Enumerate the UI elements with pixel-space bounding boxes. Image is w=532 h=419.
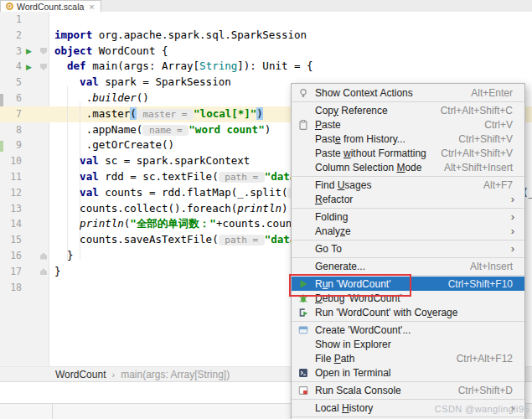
no-icon [296,147,310,160]
menu-separator [292,275,524,276]
line-number: 6 [0,91,22,106]
menu-item-shortcut: Ctrl+Alt+Shift+C [441,105,519,116]
menu-item-label: Run Scala Console [315,385,401,396]
menu-item-run-scala-console[interactable]: Run Scala ConsoleCtrl+Shift+D [292,383,524,397]
debug-icon [296,292,310,305]
menu-separator [292,381,524,382]
menu-separator [292,101,524,102]
no-icon [296,352,310,365]
code-line-2[interactable]: import org.apache.spark.sql.SparkSession [54,28,532,44]
editor-tab-bar: O WordCount.scala × [0,0,532,13]
line-number: 11 [0,169,22,185]
code-line-3[interactable]: object WordCount { [54,44,532,59]
breadcrumb-item-class[interactable]: WordCount [55,369,106,380]
menu-item-refactor[interactable]: Refactor› [292,192,524,206]
menu-item-shortcut: Ctrl+Alt+Shift+V [441,147,519,159]
menu-item-find-usages[interactable]: Find UsagesAlt+F7 [292,178,524,192]
menu-item-column-selection-mode[interactable]: Column Selection ModeAlt+Shift+Insert [292,160,524,174]
menu-item-label: Find Usages [315,179,371,191]
submenu-arrow-icon: › [511,195,519,204]
line-number: 17 [0,264,22,280]
menu-item-analyze[interactable]: Analyze› [292,224,524,238]
terminal-icon [296,366,310,380]
lightbulb-icon [296,86,310,100]
menu-item-paste-without-formatting[interactable]: Paste without FormattingCtrl+Alt+Shift+V [292,146,524,160]
no-icon [296,242,310,256]
ide-window: O WordCount.scala × 12345678910111213141… [0,0,532,419]
no-icon [296,338,310,351]
menu-item-show-context-actions[interactable]: Show Context ActionsAlt+Enter [292,85,524,100]
no-icon [296,132,310,146]
line-number: 16 [0,248,22,264]
menu-separator [292,321,524,322]
menu-item-label: Copy Reference [315,105,388,116]
menu-item-label: Column Selection Mode [315,162,421,173]
line-number: 3 [0,44,22,59]
scala-object-icon: O [6,3,13,10]
close-icon[interactable]: × [89,3,94,11]
menu-item-local-history[interactable]: Local History› [292,401,524,415]
coverage-icon [296,306,310,319]
menu-item-create-wordcount[interactable]: Create 'WordCount'... [292,323,524,337]
menu-item-paste-from-history[interactable]: Paste from History...Ctrl+Shift+V [292,132,524,146]
menu-item-shortcut: Ctrl+Shift+F10 [448,278,519,290]
run-icon [296,277,310,291]
menu-item-show-in-explorer[interactable]: Show in Explorer [292,337,524,351]
menu-item-shortcut: Ctrl+V [484,119,519,131]
breadcrumb-item-member[interactable]: main(args: Array[String]) [121,369,230,380]
line-number: 18 [0,280,22,296]
menu-item-label: Paste from History... [315,133,405,145]
no-icon [296,178,310,192]
line-number: 8 [0,122,22,138]
menu-item-go-to[interactable]: Go To› [292,241,524,256]
clipboard-paste-icon [296,118,310,132]
menu-item-run-wordcount-with-coverage[interactable]: Run 'WordCount' with Coverage [292,305,524,319]
menu-item-label: Generate... [315,261,365,272]
tab-title: WordCount.scala [17,2,84,12]
tool-window-divider [52,403,53,419]
code-line-4[interactable]: def main(args: Array[String]): Unit = { [54,59,532,75]
menu-item-shortcut: Ctrl+Alt+F12 [457,353,519,365]
menu-item-copy-reference[interactable]: Copy ReferenceCtrl+Alt+Shift+C [292,103,524,117]
menu-item-label: Paste [315,119,341,131]
menu-separator [292,399,524,400]
line-number: 14 [0,216,22,232]
menu-item-shortcut: Alt+Insert [470,261,519,272]
menu-item-label: Show in Explorer [315,339,391,350]
menu-item-shortcut: Alt+Enter [471,87,519,99]
menu-item-label: Show Context Actions [315,87,413,99]
menu-item-run-wordcount[interactable]: Run 'WordCount'Ctrl+Shift+F10 [292,277,524,291]
menu-item-shortcut: Alt+F7 [483,179,519,191]
submenu-arrow-icon: › [511,245,519,253]
menu-item-label: Go To [315,243,342,255]
menu-item-label: Folding [315,211,348,223]
no-icon [296,210,310,224]
menu-item-label: Open in Terminal [315,367,391,379]
menu-item-label: Create 'WordCount'... [315,324,411,336]
menu-separator [292,257,524,258]
scala-console-icon [296,384,310,397]
menu-item-open-in-terminal[interactable]: Open in Terminal [292,365,524,380]
run-gutter-icon[interactable]: ▶ [26,63,32,71]
menu-item-label: Analyze [315,225,351,237]
run-gutter-icon[interactable]: ▶ [26,47,32,55]
menu-item-paste[interactable]: PasteCtrl+V [292,117,524,132]
code-line-1[interactable] [54,12,532,28]
menu-item-file-path[interactable]: File PathCtrl+Alt+F12 [292,351,524,365]
menu-separator [292,240,524,241]
line-number: 9 [0,137,22,153]
menu-item-label: Run 'WordCount' [315,278,390,290]
submenu-arrow-icon: › [511,213,519,221]
no-icon [296,161,310,174]
submenu-arrow-icon: › [511,404,519,412]
menu-item-debug-wordcount[interactable]: Debug 'WordCount' [292,291,524,305]
line-number: 10 [0,153,22,169]
chevron-right-icon: › [111,370,115,380]
menu-item-folding[interactable]: Folding› [292,210,524,224]
menu-item-label: Paste without Formatting [315,147,426,159]
tab-wordcount-scala[interactable]: O WordCount.scala × [0,0,101,12]
line-numbers: 123456789101112131415161718 [0,12,22,295]
line-number: 4 [0,59,22,75]
line-number: 13 [0,201,22,217]
menu-item-generate[interactable]: Generate...Alt+Insert [292,259,524,273]
